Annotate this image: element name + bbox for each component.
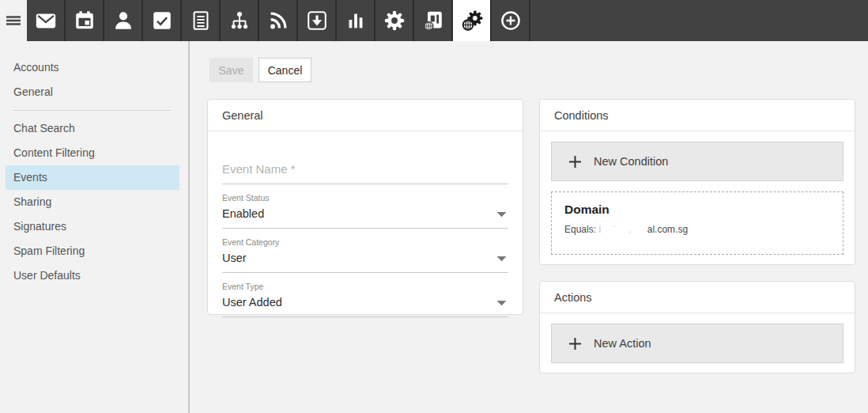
plus-icon (568, 155, 582, 169)
tab-install[interactable] (298, 0, 337, 41)
notes-list-icon (189, 9, 213, 32)
event-category-select[interactable]: Event Category User (222, 229, 508, 273)
sidebar-item-user-defaults[interactable]: User Defaults (6, 263, 179, 288)
actions-panel: Actions New Action (539, 281, 855, 373)
general-panel: General Event Status Enabled Event Categ… (207, 99, 523, 315)
tab-settings[interactable] (376, 0, 414, 41)
condition-card-domain[interactable]: Domain Equals: i ˙ . al.com.sg (551, 191, 843, 255)
conditions-panel: Conditions New Condition Domain Equals: … (539, 99, 855, 265)
sidebar-item-accounts[interactable]: Accounts (6, 55, 179, 80)
save-button[interactable]: Save (209, 58, 253, 82)
event-status-select[interactable]: Event Status Enabled (222, 184, 508, 229)
new-action-button[interactable]: New Action (551, 324, 843, 363)
tab-mail[interactable] (27, 0, 66, 41)
app-icon-bar (27, 0, 868, 41)
sidebar-content-divider (188, 41, 190, 413)
tab-feed[interactable] (259, 0, 298, 41)
event-status-label: Event Status (222, 193, 508, 203)
hamburger-icon (4, 11, 23, 30)
condition-operator: Equals: (564, 224, 596, 235)
tasks-checkbox-icon (150, 9, 174, 32)
event-type-label: Event Type (222, 282, 508, 291)
hamburger-menu-button[interactable] (0, 0, 27, 41)
bar-chart-icon (344, 9, 368, 32)
contacts-icon (111, 9, 135, 32)
tab-org-chart[interactable] (221, 0, 259, 41)
new-condition-button[interactable]: New Condition (551, 142, 843, 181)
mail-icon (34, 9, 58, 32)
domain-admin-icon (421, 9, 445, 32)
tab-reports[interactable] (337, 0, 376, 41)
condition-value-line: Equals: i ˙ . al.com.sg (564, 224, 830, 235)
general-panel-title: General (208, 100, 523, 131)
sidebar-divider (13, 110, 171, 111)
calendar-icon (73, 9, 96, 32)
tab-calendar[interactable] (66, 0, 104, 41)
new-condition-label: New Condition (594, 155, 668, 168)
conditions-panel-title: Conditions (540, 100, 855, 131)
sidebar-item-spam-filtering[interactable]: Spam Filtering (6, 239, 179, 263)
new-action-label: New Action (594, 337, 651, 350)
tab-notes[interactable] (182, 0, 221, 41)
settings-sidebar: Accounts General Chat Search Content Fil… (0, 41, 188, 413)
org-chart-icon (228, 9, 251, 32)
event-category-label: Event Category (222, 237, 508, 247)
tab-domain-admin[interactable] (414, 0, 453, 41)
chevron-down-icon (496, 256, 507, 262)
tab-add-new[interactable] (492, 0, 530, 41)
condition-name: Domain (564, 203, 830, 217)
sidebar-item-content-filtering[interactable]: Content Filtering (6, 141, 179, 165)
add-plus-circle-icon (499, 9, 523, 32)
tab-global-settings-active[interactable] (453, 0, 492, 41)
sidebar-item-events[interactable]: Events (6, 165, 179, 190)
event-name-input[interactable] (222, 161, 508, 184)
sidebar-item-chat-search[interactable]: Chat Search (6, 116, 179, 141)
sidebar-item-signatures[interactable]: Signatures (6, 214, 179, 239)
sidebar-item-general[interactable]: General (6, 80, 179, 104)
sidebar-item-sharing[interactable]: Sharing (6, 190, 179, 214)
condition-redacted-value: i ˙ . (598, 224, 644, 235)
event-type-select[interactable]: Event Type User Added (222, 273, 508, 317)
gear-icon (383, 9, 406, 32)
top-toolbar (0, 0, 868, 41)
plus-icon (568, 337, 582, 350)
rss-feed-icon (266, 9, 290, 32)
install-download-icon (305, 9, 329, 32)
global-settings-icon (459, 8, 485, 33)
condition-visible-value: al.com.sg (647, 224, 688, 235)
cancel-button[interactable]: Cancel (259, 58, 311, 82)
tab-tasks[interactable] (143, 0, 182, 41)
actions-panel-title: Actions (540, 282, 855, 313)
event-status-value: Enabled (222, 206, 264, 222)
tab-contacts[interactable] (104, 0, 143, 41)
chevron-down-icon (496, 211, 507, 218)
chevron-down-icon (496, 300, 507, 306)
event-category-value: User (222, 251, 247, 266)
toolbar-filler (530, 0, 868, 41)
event-type-value: User Added (222, 295, 282, 310)
